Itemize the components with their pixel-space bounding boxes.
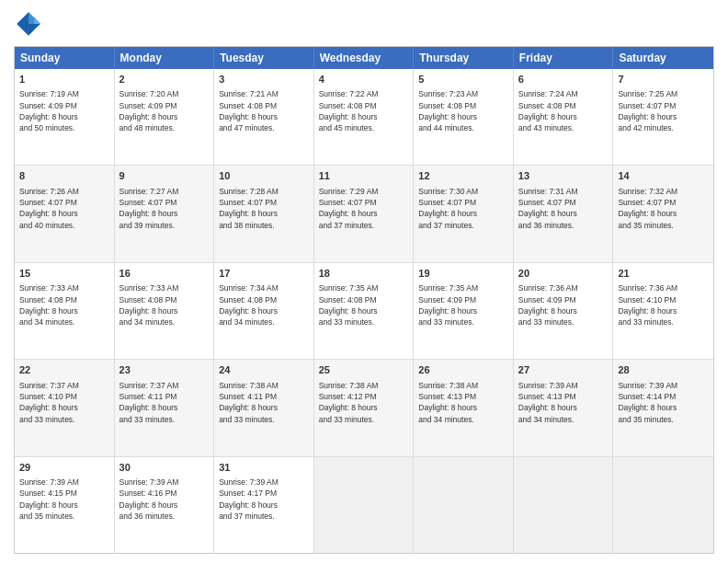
cal-cell-21: 21Sunrise: 7:36 AM Sunset: 4:10 PM Dayli… (613, 263, 713, 359)
cal-cell-27: 27Sunrise: 7:39 AM Sunset: 4:13 PM Dayli… (514, 360, 614, 455)
cell-text: Sunrise: 7:33 AM Sunset: 4:08 PM Dayligh… (19, 282, 109, 327)
calendar-header: SundayMondayTuesdayWednesdayThursdayFrid… (15, 47, 713, 69)
day-number: 13 (518, 169, 609, 183)
day-number: 16 (119, 267, 210, 281)
cell-text: Sunrise: 7:25 AM Sunset: 4:07 PM Dayligh… (618, 88, 709, 133)
cell-text: Sunrise: 7:33 AM Sunset: 4:08 PM Dayligh… (119, 282, 210, 327)
day-number: 30 (119, 461, 210, 475)
day-number: 10 (219, 169, 309, 183)
cell-text: Sunrise: 7:34 AM Sunset: 4:08 PM Dayligh… (219, 282, 309, 327)
day-number: 28 (618, 363, 709, 377)
cal-cell-24: 24Sunrise: 7:38 AM Sunset: 4:11 PM Dayli… (214, 360, 314, 455)
day-number: 12 (418, 169, 508, 183)
header-day-monday: Monday (115, 47, 215, 69)
day-number: 31 (219, 461, 309, 475)
cal-cell-empty-6 (613, 457, 713, 553)
svg-marker-2 (34, 17, 40, 24)
cal-cell-empty-4 (414, 457, 514, 553)
day-number: 4 (319, 73, 409, 86)
cell-text: Sunrise: 7:35 AM Sunset: 4:09 PM Dayligh… (418, 282, 508, 327)
week-row-4: 22Sunrise: 7:37 AM Sunset: 4:10 PM Dayli… (15, 359, 713, 455)
cal-cell-23: 23Sunrise: 7:37 AM Sunset: 4:11 PM Dayli… (115, 360, 215, 455)
cell-text: Sunrise: 7:39 AM Sunset: 4:13 PM Dayligh… (518, 380, 609, 425)
cell-text: Sunrise: 7:36 AM Sunset: 4:10 PM Dayligh… (618, 282, 709, 327)
cell-text: Sunrise: 7:19 AM Sunset: 4:09 PM Dayligh… (19, 88, 109, 133)
week-row-3: 15Sunrise: 7:33 AM Sunset: 4:08 PM Dayli… (15, 262, 713, 359)
day-number: 24 (219, 363, 309, 377)
cal-cell-7: 7Sunrise: 7:25 AM Sunset: 4:07 PM Daylig… (613, 69, 713, 165)
cal-cell-15: 15Sunrise: 7:33 AM Sunset: 4:08 PM Dayli… (15, 263, 115, 359)
cell-text: Sunrise: 7:38 AM Sunset: 4:13 PM Dayligh… (418, 380, 508, 425)
cell-text: Sunrise: 7:35 AM Sunset: 4:08 PM Dayligh… (319, 282, 409, 327)
cal-cell-20: 20Sunrise: 7:36 AM Sunset: 4:09 PM Dayli… (514, 263, 614, 359)
cal-cell-empty-5 (514, 457, 614, 553)
cal-cell-10: 10Sunrise: 7:28 AM Sunset: 4:07 PM Dayli… (214, 166, 314, 261)
cal-cell-empty-3 (314, 457, 415, 553)
day-number: 2 (119, 73, 210, 86)
logo (14, 9, 47, 39)
day-number: 7 (618, 73, 709, 86)
day-number: 6 (518, 73, 609, 86)
cell-text: Sunrise: 7:36 AM Sunset: 4:09 PM Dayligh… (518, 282, 609, 327)
cal-cell-22: 22Sunrise: 7:37 AM Sunset: 4:10 PM Dayli… (15, 360, 115, 455)
cell-text: Sunrise: 7:30 AM Sunset: 4:07 PM Dayligh… (418, 186, 508, 231)
cell-text: Sunrise: 7:37 AM Sunset: 4:11 PM Dayligh… (119, 380, 210, 425)
cell-text: Sunrise: 7:26 AM Sunset: 4:07 PM Dayligh… (19, 186, 109, 231)
cal-cell-6: 6Sunrise: 7:24 AM Sunset: 4:08 PM Daylig… (514, 69, 614, 165)
day-number: 15 (19, 267, 109, 281)
cal-cell-13: 13Sunrise: 7:31 AM Sunset: 4:07 PM Dayli… (514, 166, 614, 261)
day-number: 26 (418, 363, 508, 377)
day-number: 27 (518, 363, 609, 377)
cal-cell-9: 9Sunrise: 7:27 AM Sunset: 4:07 PM Daylig… (115, 166, 215, 261)
cell-text: Sunrise: 7:38 AM Sunset: 4:12 PM Dayligh… (319, 380, 409, 425)
header-day-wednesday: Wednesday (314, 47, 415, 69)
cal-cell-28: 28Sunrise: 7:39 AM Sunset: 4:14 PM Dayli… (613, 360, 713, 455)
cal-cell-30: 30Sunrise: 7:39 AM Sunset: 4:16 PM Dayli… (115, 457, 215, 553)
cal-cell-29: 29Sunrise: 7:39 AM Sunset: 4:15 PM Dayli… (15, 457, 115, 553)
day-number: 29 (19, 461, 109, 475)
cal-cell-12: 12Sunrise: 7:30 AM Sunset: 4:07 PM Dayli… (414, 166, 514, 261)
logo-icon (14, 9, 43, 39)
cell-text: Sunrise: 7:24 AM Sunset: 4:08 PM Dayligh… (518, 88, 609, 133)
cell-text: Sunrise: 7:37 AM Sunset: 4:10 PM Dayligh… (19, 380, 109, 425)
cal-cell-11: 11Sunrise: 7:29 AM Sunset: 4:07 PM Dayli… (314, 166, 415, 261)
day-number: 22 (19, 363, 109, 377)
cell-text: Sunrise: 7:38 AM Sunset: 4:11 PM Dayligh… (219, 380, 309, 425)
cal-cell-17: 17Sunrise: 7:34 AM Sunset: 4:08 PM Dayli… (214, 263, 314, 359)
cal-cell-26: 26Sunrise: 7:38 AM Sunset: 4:13 PM Dayli… (414, 360, 514, 455)
cal-cell-4: 4Sunrise: 7:22 AM Sunset: 4:08 PM Daylig… (314, 69, 415, 165)
cal-cell-5: 5Sunrise: 7:23 AM Sunset: 4:08 PM Daylig… (414, 69, 514, 165)
day-number: 14 (618, 169, 709, 183)
week-row-1: 1Sunrise: 7:19 AM Sunset: 4:09 PM Daylig… (15, 69, 713, 165)
cell-text: Sunrise: 7:39 AM Sunset: 4:14 PM Dayligh… (618, 380, 709, 425)
day-number: 1 (19, 73, 109, 86)
week-row-2: 8Sunrise: 7:26 AM Sunset: 4:07 PM Daylig… (15, 165, 713, 261)
cal-cell-8: 8Sunrise: 7:26 AM Sunset: 4:07 PM Daylig… (15, 166, 115, 261)
header-day-thursday: Thursday (414, 47, 514, 69)
week-row-5: 29Sunrise: 7:39 AM Sunset: 4:15 PM Dayli… (15, 456, 713, 553)
day-number: 21 (618, 267, 709, 281)
day-number: 17 (219, 267, 309, 281)
cell-text: Sunrise: 7:31 AM Sunset: 4:07 PM Dayligh… (518, 186, 609, 231)
cell-text: Sunrise: 7:22 AM Sunset: 4:08 PM Dayligh… (319, 88, 409, 133)
header-day-tuesday: Tuesday (214, 47, 314, 69)
day-number: 8 (19, 169, 109, 183)
day-number: 5 (418, 73, 508, 86)
cal-cell-16: 16Sunrise: 7:33 AM Sunset: 4:08 PM Dayli… (115, 263, 215, 359)
calendar-body: 1Sunrise: 7:19 AM Sunset: 4:09 PM Daylig… (15, 69, 713, 553)
cell-text: Sunrise: 7:29 AM Sunset: 4:07 PM Dayligh… (319, 186, 409, 231)
header-day-saturday: Saturday (613, 47, 713, 69)
cal-cell-3: 3Sunrise: 7:21 AM Sunset: 4:08 PM Daylig… (214, 69, 314, 165)
day-number: 18 (319, 267, 409, 281)
cell-text: Sunrise: 7:23 AM Sunset: 4:08 PM Dayligh… (418, 88, 508, 133)
header-day-friday: Friday (514, 47, 614, 69)
cell-text: Sunrise: 7:21 AM Sunset: 4:08 PM Dayligh… (219, 88, 309, 133)
day-number: 20 (518, 267, 609, 281)
cal-cell-19: 19Sunrise: 7:35 AM Sunset: 4:09 PM Dayli… (414, 263, 514, 359)
header-day-sunday: Sunday (15, 47, 115, 69)
day-number: 25 (319, 363, 409, 377)
cal-cell-2: 2Sunrise: 7:20 AM Sunset: 4:09 PM Daylig… (115, 69, 215, 165)
calendar: SundayMondayTuesdayWednesdayThursdayFrid… (14, 46, 714, 554)
cal-cell-31: 31Sunrise: 7:39 AM Sunset: 4:17 PM Dayli… (214, 457, 314, 553)
day-number: 11 (319, 169, 409, 183)
